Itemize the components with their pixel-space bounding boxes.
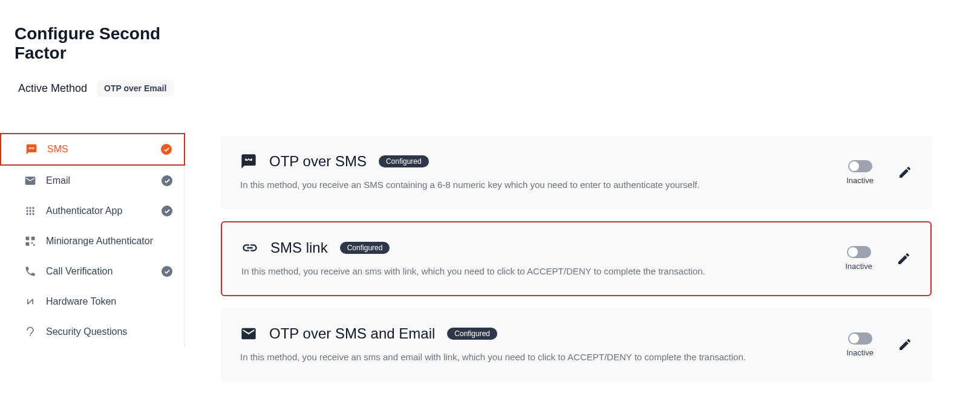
status-label: Inactive: [845, 262, 872, 271]
method-card-otp-over-sms: OTP over SMSConfiguredIn this method, yo…: [221, 136, 932, 209]
email-icon: [24, 175, 36, 187]
svg-point-1: [31, 147, 32, 149]
sidebar: SMSEmailAuthenticator AppMiniorange Auth…: [0, 133, 185, 347]
svg-point-7: [29, 210, 31, 212]
method-title: SMS link: [270, 239, 328, 256]
email-icon: [240, 325, 257, 342]
check-icon: [162, 175, 172, 186]
apps-icon: [24, 205, 36, 217]
method-title: OTP over SMS and Email: [269, 325, 435, 342]
sidebar-item-email[interactable]: Email: [0, 166, 185, 196]
qr-icon: [24, 235, 36, 247]
sidebar-item-hardware-token[interactable]: Hardware Token: [0, 287, 185, 317]
method-title: OTP over SMS: [269, 153, 367, 170]
method-body: OTP over SMS and EmailConfiguredIn this …: [240, 325, 828, 364]
method-header: OTP over SMS and EmailConfigured: [240, 325, 828, 342]
method-body: SMS linkConfiguredIn this method, you re…: [241, 239, 827, 279]
sidebar-item-call-verification[interactable]: Call Verification: [0, 256, 185, 287]
svg-point-4: [29, 207, 31, 209]
svg-rect-14: [26, 242, 30, 246]
toggle-column: Inactive: [846, 332, 874, 357]
method-header: SMS linkConfigured: [241, 239, 827, 256]
svg-point-18: [248, 158, 249, 160]
check-icon: [161, 144, 172, 155]
method-description: In this method, you receive an sms with …: [241, 265, 827, 279]
check-icon: [162, 206, 172, 216]
method-description: In this method, you receive an sms and e…: [240, 351, 828, 364]
status-label: Inactive: [846, 176, 874, 185]
svg-rect-16: [33, 244, 35, 246]
sidebar-item-sms[interactable]: SMS: [0, 133, 185, 166]
sidebar-item-label: Hardware Token: [46, 296, 172, 307]
status-toggle[interactable]: [848, 332, 872, 345]
sms-icon: [240, 153, 257, 170]
svg-point-11: [32, 213, 34, 215]
left-column: Configure Second Factor Active Method OT…: [0, 0, 185, 405]
sidebar-item-label: Authenticator App: [46, 206, 162, 216]
sidebar-item-authenticator-app[interactable]: Authenticator App: [0, 196, 185, 226]
token-icon: [24, 296, 36, 308]
method-card-sms-link: SMS linkConfiguredIn this method, you re…: [221, 221, 932, 297]
edit-button[interactable]: [897, 251, 911, 266]
toggle-column: Inactive: [845, 246, 872, 271]
method-card-otp-over-sms-and-email: OTP over SMS and EmailConfiguredIn this …: [221, 308, 932, 381]
sms-icon: [25, 143, 38, 155]
active-method-row: Active Method OTP over Email: [0, 80, 185, 97]
method-actions: Inactive: [828, 160, 912, 185]
method-body: OTP over SMSConfiguredIn this method, yo…: [240, 153, 828, 192]
sidebar-item-label: Email: [46, 175, 162, 186]
svg-point-2: [33, 147, 34, 149]
active-method-value: OTP over Email: [97, 80, 174, 97]
check-icon: [162, 266, 172, 277]
svg-point-19: [251, 158, 252, 160]
svg-rect-15: [31, 242, 33, 244]
sidebar-item-label: Security Questions: [46, 326, 172, 337]
svg-point-5: [32, 207, 34, 209]
status-toggle[interactable]: [848, 160, 872, 172]
link-icon: [241, 239, 258, 256]
configured-badge: Configured: [447, 328, 497, 340]
svg-point-0: [29, 147, 30, 149]
method-header: OTP over SMSConfigured: [240, 153, 828, 170]
toggle-column: Inactive: [846, 160, 874, 185]
sidebar-item-label: Call Verification: [46, 266, 162, 277]
svg-point-10: [29, 213, 31, 215]
call-icon: [24, 265, 36, 277]
question-icon: [24, 326, 36, 338]
active-method-label: Active Method: [18, 82, 87, 95]
sidebar-item-miniorange-authenticator[interactable]: Miniorange Authenticator: [0, 226, 185, 256]
configured-badge: Configured: [379, 155, 429, 167]
method-actions: Inactive: [827, 246, 911, 271]
configured-badge: Configured: [340, 242, 390, 254]
svg-point-8: [32, 210, 34, 212]
sidebar-item-label: Miniorange Authenticator: [46, 236, 172, 247]
method-description: In this method, you receive an SMS conta…: [240, 178, 828, 192]
status-toggle[interactable]: [847, 246, 871, 258]
edit-button[interactable]: [898, 165, 912, 180]
method-actions: Inactive: [828, 332, 912, 357]
edit-button[interactable]: [898, 337, 912, 352]
sidebar-item-security-questions[interactable]: Security Questions: [0, 317, 185, 347]
page-title: Configure Second Factor: [0, 24, 185, 63]
svg-rect-13: [31, 237, 35, 241]
svg-rect-12: [26, 237, 30, 241]
methods-panel: OTP over SMSConfiguredIn this method, yo…: [185, 0, 980, 405]
sidebar-item-label: SMS: [47, 144, 161, 155]
svg-point-3: [26, 207, 28, 209]
svg-point-9: [26, 213, 28, 215]
svg-point-17: [245, 158, 246, 160]
svg-point-6: [26, 210, 28, 212]
status-label: Inactive: [846, 348, 874, 357]
